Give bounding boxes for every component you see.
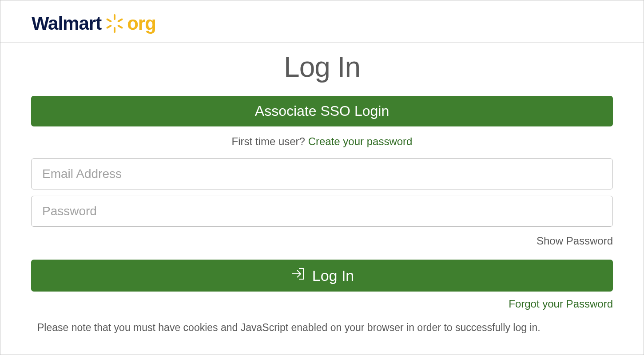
svg-rect-3: [106, 24, 112, 29]
logo: Walmart org: [32, 13, 644, 34]
login-arrow-icon: [290, 266, 306, 285]
svg-rect-5: [117, 24, 123, 29]
login-button-label: Log In: [312, 267, 354, 284]
show-password-toggle[interactable]: Show Password: [31, 235, 613, 247]
create-password-link[interactable]: Create your password: [308, 135, 413, 147]
login-form: Log In Associate SSO Login First time us…: [31, 43, 613, 334]
first-time-prompt: First time user? Create your password: [31, 135, 613, 148]
svg-rect-0: [114, 14, 115, 20]
login-button[interactable]: Log In: [31, 260, 613, 292]
sso-login-button[interactable]: Associate SSO Login: [31, 96, 613, 126]
header: Walmart org: [0, 0, 644, 43]
forgot-password-link[interactable]: Forgot your Password: [509, 298, 613, 310]
svg-rect-1: [114, 27, 115, 33]
logo-walmart-text: Walmart: [32, 13, 101, 34]
page-title: Log In: [31, 51, 613, 83]
logo-org-text: org: [127, 13, 156, 34]
email-field[interactable]: [31, 158, 613, 189]
walmart-spark-icon: [104, 13, 125, 34]
first-time-text: First time user?: [232, 135, 308, 147]
cookies-note: Please note that you must have cookies a…: [31, 322, 613, 334]
password-field[interactable]: [31, 196, 613, 227]
forgot-password-row: Forgot your Password: [31, 298, 613, 310]
svg-rect-2: [117, 18, 123, 23]
svg-rect-4: [106, 18, 112, 23]
